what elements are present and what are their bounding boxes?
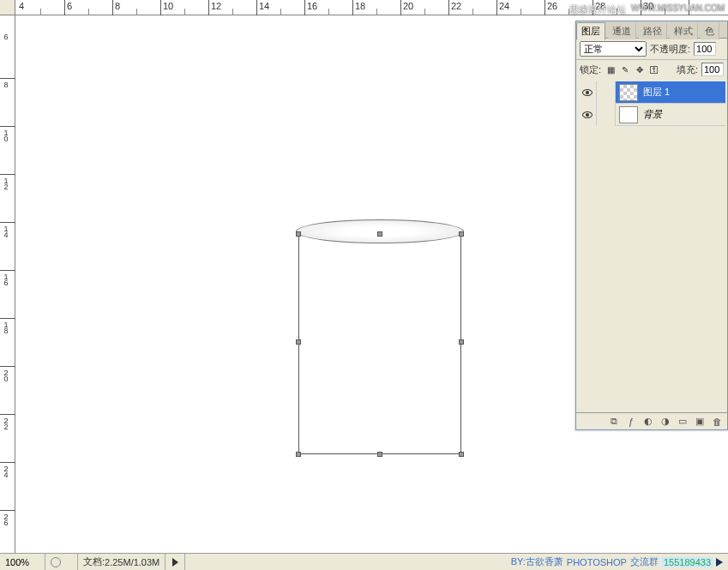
credit-arrow-icon [716, 558, 725, 567]
ruler-tick: 14 [0, 223, 15, 271]
transform-selection[interactable] [298, 230, 461, 454]
tab-styles[interactable]: 样式 [670, 23, 698, 39]
transform-handle[interactable] [296, 452, 301, 457]
layer-name-wrap[interactable]: 图层 1 [616, 81, 725, 103]
link-col[interactable] [597, 81, 616, 104]
ruler-tick: 18 [0, 319, 15, 367]
layer-thumbnail[interactable] [619, 84, 638, 101]
ruler-tick: 24 [0, 463, 15, 511]
lock-label: 锁定: [580, 63, 601, 76]
trash-icon[interactable]: 🗑 [708, 415, 725, 429]
transform-handle[interactable] [459, 339, 464, 345]
transform-handle[interactable] [296, 339, 301, 345]
ruler-tick: 16 [0, 271, 15, 319]
watermark-text-a: 思缘设计论坛 [569, 3, 626, 16]
fx-icon[interactable]: ƒ [623, 415, 640, 429]
lock-icons: ▦ ✎ ✥ ⚿ [605, 63, 660, 75]
layer-thumbnail[interactable] [619, 106, 638, 123]
tab-channels[interactable]: 通道 [608, 23, 636, 39]
tab-layers[interactable]: 图层 [576, 22, 605, 40]
tab-color[interactable]: 色 [701, 23, 719, 39]
link-col[interactable] [597, 104, 616, 126]
ruler-tick: 12 [209, 0, 257, 15]
fill-label: 填充: [677, 63, 698, 76]
link-layers-icon[interactable]: ⧉ [605, 415, 623, 429]
lock-move-icon[interactable]: ✥ [634, 63, 646, 75]
credit-group: 交流群 [630, 555, 659, 568]
layers-panel: 图层 通道 路径 样式 色 正常 不透明度: 锁定: ▦ ✎ ✥ ⚿ 填充: 图… [575, 21, 728, 430]
layer-row[interactable]: 背景 [578, 104, 725, 126]
adjustment-icon[interactable]: ◑ [657, 415, 674, 429]
status-spacer [45, 554, 78, 570]
ruler-tick: 26 [0, 511, 15, 559]
group-icon[interactable]: ▭ [674, 415, 691, 429]
eye-icon [582, 111, 593, 118]
ruler-tick: 20 [0, 367, 15, 415]
ruler-tick: 20 [401, 0, 449, 15]
credit-author: BY:古欲香萧 [511, 555, 563, 568]
mask-icon[interactable]: ◐ [640, 415, 657, 429]
visibility-toggle[interactable] [578, 81, 597, 104]
panel-tabs: 图层 通道 路径 样式 色 [576, 21, 727, 39]
transform-handle[interactable] [459, 452, 464, 457]
layers-list: 图层 1背景 [578, 81, 725, 411]
play-cell[interactable] [165, 554, 185, 570]
layers-panel-footer: ⧉ ƒ ◐ ◑ ▭ ▣ 🗑 [576, 412, 727, 429]
new-layer-icon[interactable]: ▣ [691, 415, 708, 429]
status-icon [51, 557, 61, 567]
shape-rectangle [298, 233, 461, 454]
credit-qq: 155189433 [662, 557, 713, 567]
opacity-label: 不透明度: [650, 43, 690, 56]
layer-name: 背景 [643, 108, 662, 121]
opacity-input[interactable] [694, 42, 716, 56]
doc-label: 文档: [83, 555, 105, 568]
ruler-vertical[interactable]: 68101214161820222426 [0, 15, 15, 553]
blend-mode-select[interactable]: 正常 [580, 41, 647, 57]
layer-name: 图层 1 [643, 86, 670, 99]
lock-transparent-icon[interactable]: ▦ [605, 63, 617, 75]
play-icon[interactable] [169, 557, 181, 567]
lock-row: 锁定: ▦ ✎ ✥ ⚿ 填充: [576, 59, 727, 79]
credit-app: PHOTOSHOP [567, 557, 627, 567]
transform-handle[interactable] [459, 231, 464, 237]
ruler-tick: 10 [161, 0, 209, 15]
ruler-tick: 22 [449, 0, 497, 15]
lock-brush-icon[interactable]: ✎ [619, 63, 631, 75]
doc-value: 2.25M/1.03M [105, 557, 159, 567]
layer-name-wrap[interactable]: 背景 [616, 104, 725, 125]
ruler-tick: 8 [0, 79, 15, 127]
ruler-tick: 6 [65, 0, 113, 15]
eye-icon [582, 89, 593, 96]
transform-handle[interactable] [377, 452, 382, 457]
status-bar: 文档: 2.25M/1.03M BY:古欲香萧 PHOTOSHOP 交流群 15… [0, 553, 728, 570]
ruler-tick: 10 [0, 127, 15, 175]
status-credits: BY:古欲香萧 PHOTOSHOP 交流群 155189433 [511, 555, 725, 568]
transform-handle[interactable] [377, 231, 382, 237]
ruler-tick: 14 [257, 0, 305, 15]
watermark: 思缘设计论坛 WWW.MISSYUAN.COM [569, 3, 725, 16]
ruler-tick: 6 [0, 31, 15, 79]
ruler-tick: 4 [17, 0, 65, 15]
zoom-cell[interactable] [0, 554, 45, 570]
lock-all-icon[interactable]: ⚿ [648, 63, 660, 75]
blend-mode-row: 正常 不透明度: [576, 39, 727, 59]
doc-info-cell[interactable]: 文档: 2.25M/1.03M [78, 554, 165, 570]
ruler-tick: 16 [305, 0, 353, 15]
layer-row[interactable]: 图层 1 [578, 81, 725, 104]
transform-handle[interactable] [296, 231, 301, 237]
watermark-text-b: WWW.MISSYUAN.COM [631, 3, 725, 16]
ruler-tick: 12 [0, 175, 15, 223]
tab-paths[interactable]: 路径 [639, 23, 667, 39]
visibility-toggle[interactable] [578, 104, 597, 126]
ruler-tick: 24 [497, 0, 545, 15]
fill-input[interactable] [701, 63, 724, 76]
zoom-input[interactable] [5, 557, 39, 567]
ruler-corner[interactable] [0, 0, 15, 15]
ruler-tick: 8 [113, 0, 161, 15]
ruler-tick: 18 [353, 0, 401, 15]
ruler-tick: 22 [0, 415, 15, 463]
